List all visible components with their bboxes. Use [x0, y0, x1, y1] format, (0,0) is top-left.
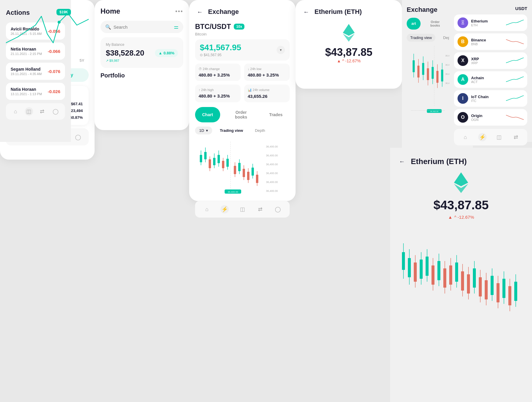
chart-profile-icon[interactable]: ◯ [74, 133, 82, 141]
eth-right-change-text: ^ -12.67% [454, 215, 474, 220]
svg-rect-49 [426, 257, 429, 276]
svg-rect-9 [200, 155, 202, 162]
svg-text:36,400.00: 36,400.00 [266, 181, 278, 184]
balance-badge: ▲ 0.88% [155, 49, 178, 57]
balance-badge-text: 0.88% [163, 51, 174, 55]
depth-view-button[interactable]: Depth [251, 127, 269, 134]
exc-home-icon[interactable]: ⌂ [203, 205, 211, 213]
cl-transfer-icon[interactable]: ⇄ [512, 133, 520, 141]
home-nav-icon[interactable]: ⌂ [12, 107, 20, 116]
crypto-symbol-bnb: BNB [471, 42, 503, 46]
period-select[interactable]: 1D ▾ [195, 127, 212, 134]
svg-marker-36 [343, 24, 355, 36]
transaction-item[interactable]: Natia Horaan 13.11.2021 - 1:13 PM -0.026 [6, 83, 65, 100]
svg-rect-51 [432, 265, 434, 285]
exchange-header: ← Exchange [195, 7, 290, 17]
crypto-list-item[interactable]: I IoT Chain ITC [454, 90, 527, 107]
svg-rect-71 [491, 276, 494, 295]
chart-tab-trades[interactable]: Trades [262, 107, 290, 122]
search-bar[interactable]: 🔍 ⚌ [100, 21, 183, 33]
svg-rect-87 [427, 68, 429, 80]
svg-rect-11 [204, 152, 207, 159]
exchange-back-button[interactable]: ← [195, 7, 205, 17]
eth-bottom-back-button[interactable]: ← [301, 7, 311, 17]
svg-text:36,400.00: 36,400.00 [228, 191, 238, 193]
left-trading-view-button[interactable]: Trading view [407, 34, 435, 42]
crypto-list-item[interactable]: X XRP XRP [454, 52, 527, 69]
usdt-label: USDT [454, 6, 527, 11]
svg-rect-15 [213, 158, 215, 165]
leverage-badge: 10x [234, 24, 244, 30]
exchange-chart-tabs: Chart Order books Trades [195, 107, 290, 122]
stat-value-0: 480.80 + 3.25% [199, 72, 237, 77]
crypto-list-item[interactable]: A Achain ACT [454, 71, 527, 88]
eth-right-back-button[interactable]: ← [397, 157, 407, 166]
risk-value: 60.87% [70, 115, 83, 120]
period-chevron-icon: ▾ [206, 128, 208, 133]
crypto-list-item[interactable]: B Binance BNB [454, 33, 527, 50]
balance-sub: ↗ $9,987 [106, 59, 178, 63]
eth-right-title: Etherium (ETH) [411, 157, 467, 166]
wallet-nav-icon[interactable]: ◫ [25, 107, 33, 116]
cl-home-icon[interactable]: ⌂ [461, 133, 470, 141]
crypto-icon-bnb: B [458, 36, 468, 47]
crypto-sparkline-act [506, 75, 524, 84]
crypto-icon-xrp: X [458, 55, 468, 66]
home-panel: Home ••• 🔍 ⚌ My Balance $38,528.20 ▲ 0.8… [95, 0, 189, 130]
price-dropdown-button[interactable]: ▾ [277, 46, 285, 54]
stats-grid: ⏱ 24h change 480.80 + 3.25% ↓ 24h low 48… [195, 64, 290, 102]
volume-value: $67.41 [71, 102, 83, 106]
eth-right-chart-svg [397, 226, 525, 314]
eth-right-panel: ← Etherium (ETH) $43,87.85 ▲ ^ -12.67% [390, 148, 532, 402]
svg-rect-57 [449, 265, 452, 285]
trading-view-button[interactable]: Trading view [216, 127, 247, 134]
svg-rect-25 [238, 163, 241, 171]
exc-wallet-icon[interactable]: ◫ [238, 205, 246, 213]
exc-profile-icon[interactable]: ◯ [274, 205, 282, 213]
crypto-list-item[interactable]: O Origin OGN [454, 109, 527, 126]
profile-nav-icon[interactable]: ◯ [51, 107, 60, 116]
eth-change-arrow-icon: ▲ [337, 59, 341, 63]
svg-rect-47 [420, 260, 423, 279]
home-menu-button[interactable]: ••• [175, 8, 183, 15]
stat-box-1: ↓ 24h low 480.80 + 3.25% [244, 64, 290, 81]
svg-rect-19 [222, 161, 224, 168]
crypto-icon-ogn: O [458, 112, 468, 123]
svg-rect-61 [461, 271, 464, 291]
svg-rect-83 [417, 66, 419, 77]
crypto-details-eth: Etherium ETH [471, 19, 503, 27]
transfer-nav-icon[interactable]: ⇄ [38, 107, 46, 116]
svg-rect-27 [243, 169, 245, 177]
left-chart-tab[interactable]: art [407, 18, 421, 30]
left-orderbooks-tab[interactable]: Order books [423, 18, 447, 30]
exc-lightning-icon[interactable]: ⚡ [220, 205, 229, 213]
svg-rect-31 [252, 168, 254, 176]
exc-transfer-icon[interactable]: ⇄ [256, 205, 264, 213]
crypto-list-item[interactable]: Ξ Etherium ETH [454, 14, 527, 31]
cl-wallet-icon[interactable]: ◫ [495, 133, 503, 141]
crypto-symbol-ogn: OGN [471, 118, 503, 121]
eth-right-change: ▲ ^ -12.67% [397, 215, 525, 220]
crypto-name-bnb: Binance [471, 38, 503, 42]
crypto-details-act: Achain ACT [471, 76, 503, 84]
svg-rect-41 [402, 252, 405, 270]
chart-tab-orderbooks[interactable]: Order books [223, 107, 260, 122]
main-price: $41,567.95 [200, 43, 241, 52]
time-btn-5y[interactable]: 5Y [77, 57, 87, 64]
crypto-symbol-eth: ETH [471, 23, 503, 27]
transaction-item[interactable]: Segam Holland 19.11.2021 - 4:35 AM -0.07… [6, 63, 65, 80]
filter-icon[interactable]: ⚌ [174, 24, 179, 30]
crypto-sparkline-bnb [506, 37, 524, 46]
svg-rect-33 [256, 175, 258, 183]
search-input[interactable] [113, 25, 171, 30]
candlestick-svg: 36,400.00 36,400.00 36,400.00 36,400.00 … [195, 139, 290, 198]
svg-text:36,400.00: 36,400.00 [266, 163, 278, 166]
cl-lightning-icon[interactable]: ⚡ [478, 133, 486, 141]
line-chart-area: $19K [6, 6, 89, 53]
home-title: Home [100, 7, 120, 15]
chart-tab-chart[interactable]: Chart [195, 107, 220, 122]
transaction-amount: -0.026 [48, 89, 60, 94]
crypto-list-bottom-nav: ⌂ ⚡ ◫ ⇄ [454, 129, 527, 145]
eth-bottom-logo [338, 22, 359, 43]
stat-label-1: ↓ 24h low [248, 67, 286, 71]
